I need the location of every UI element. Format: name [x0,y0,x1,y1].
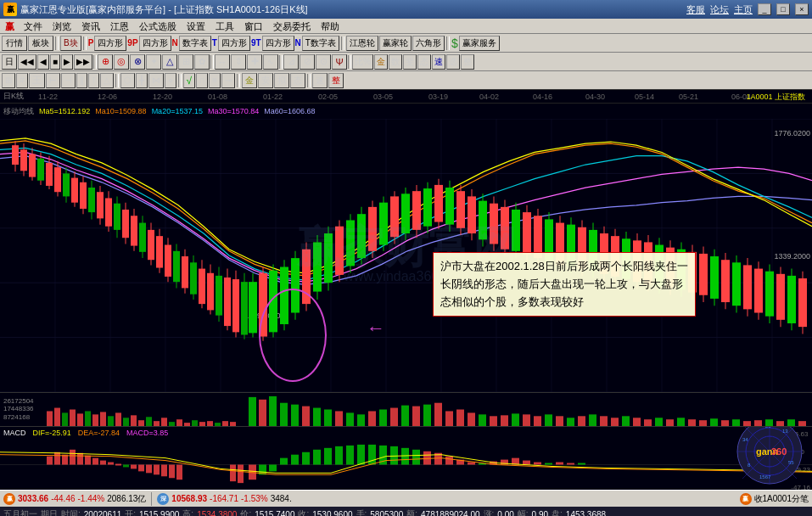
link-home[interactable]: 主页 [734,3,753,16]
menu-formula[interactable]: 公式选股 [135,19,181,34]
btn-p4sq[interactable]: 四方形 [94,36,126,51]
menu-win[interactable]: 赢 [2,19,18,34]
btn-draw9[interactable]: ⬡ [120,73,135,88]
btn-draw1[interactable]: ⊞ [2,73,15,88]
btn-tool11[interactable]: ∿ [263,54,278,70]
toolbar1: 行情 板块 B块 P 四方形 9P 四方形 N 数字表 T 四方形 9T 四方形… [0,34,812,53]
menu-trade[interactable]: 交易委托 [269,19,315,34]
btn-quotes[interactable]: 行情 [2,36,27,51]
btn-tool10[interactable]: ✚ [247,54,262,70]
menu-window[interactable]: 窗口 [240,19,267,34]
btn-tool5[interactable]: △ [162,54,177,70]
btn-num1[interactable]: 数 [389,54,402,70]
btn-nav2[interactable]: ◀ [37,54,49,70]
btn-draw21[interactable]: 速 [312,73,328,88]
menu-news[interactable]: 资讯 [77,19,104,34]
btn-draw15[interactable]: ≡ [209,73,221,88]
btn-tool2[interactable]: ◎ [114,54,129,70]
svg-text:34: 34 [742,437,748,442]
btn-day[interactable]: 日 [2,54,17,70]
btn-draw17[interactable]: 金 [242,73,257,88]
btn-draw19[interactable]: 拟 [274,73,289,88]
btn-more2[interactable]: 速 [432,54,445,70]
btn-draw13[interactable]: √ [183,73,196,88]
btn-tool6[interactable]: ⊞ [178,54,193,70]
btn-draw22[interactable]: 整 [328,73,344,88]
btn-more3[interactable]: 选 [446,54,460,70]
btn-tool4[interactable]: ✦ [146,54,161,70]
btn-numtable[interactable]: 数字表 [179,36,211,51]
btn-draw2[interactable]: # [16,73,28,88]
btn-fib[interactable]: 斐 [403,54,417,70]
btn-tool12[interactable]: ⊿ [283,54,299,70]
btn-draw7[interactable]: ⊺ [88,73,99,88]
btn-draw8[interactable]: △ [100,73,114,88]
open-val: 1515.9900 [139,510,179,517]
btn-yj-service[interactable]: 赢家服务 [459,36,500,51]
svg-rect-219 [390,408,398,426]
btn-more4[interactable]: 整 [461,54,474,70]
svg-rect-183 [62,412,68,426]
menu-help[interactable]: 帮助 [316,19,344,34]
btn-draw10[interactable]: ╋ [136,73,148,88]
btn-more1[interactable]: 态 [417,54,431,70]
link-forum[interactable]: 论坛 [710,3,729,16]
svg-rect-159 [699,254,708,295]
btn-t4sq[interactable]: 四方形 [218,36,250,51]
btn-tool1[interactable]: ⊕ [98,54,113,70]
link-customer[interactable]: 客服 [686,3,705,16]
btn-draw12[interactable]: ⋄ [165,73,176,88]
close-button[interactable]: × [795,3,809,15]
btn-draw5[interactable]: ⊣ [61,73,76,88]
time-label-lbl: 时间: [61,508,81,516]
btn-draw6[interactable]: ∥ [76,73,87,88]
btn-draw18[interactable]: 安 [258,73,273,88]
btn-tool8[interactable]: ↔ [215,54,230,70]
svg-rect-161 [710,256,719,299]
maximize-button[interactable]: □ [776,3,790,15]
btn-tool7[interactable]: ✿ [194,54,210,70]
minimize-button[interactable]: _ [758,3,771,15]
btn-nt-table[interactable]: T数字表 [302,36,339,51]
menubar: 赢 文件 浏览 资讯 江恩 公式选股 设置 工具 窗口 交易委托 帮助 [0,19,812,34]
btn-draw3[interactable]: 王 [29,73,45,88]
btn-b[interactable]: B块 [60,36,81,51]
ma10-label: Ma10=1509.88 [95,107,146,115]
btn-9t4sq[interactable]: 四方形 [262,36,294,51]
btn-tool15[interactable]: Ψ [332,54,347,70]
btn-nav3[interactable]: ▶▶ [74,54,92,70]
svg-rect-185 [77,413,83,426]
menu-settings[interactable]: 设置 [182,19,210,34]
btn-gold1[interactable]: 金 [374,54,388,70]
menu-tools[interactable]: 工具 [211,19,238,34]
btn-nav1[interactable]: ◀◀ [18,54,36,70]
svg-text:26172504: 26172504 [3,397,34,405]
btn-tool14[interactable]: ⊙ [316,54,331,70]
btn-play[interactable]: ▶ [61,54,73,70]
btn-draw11[interactable]: ⋈ [148,73,164,88]
shares-label-lbl: 手: [356,508,367,516]
btn-jgwheel[interactable]: 江恩轮 [346,36,378,51]
btn-draw4[interactable]: ⊢ [46,73,60,88]
btn-draw20[interactable]: 态 [290,73,305,88]
btn-tool3[interactable]: ⊗ [130,54,145,70]
menu-file[interactable]: 文件 [20,19,47,34]
btn-9p4sq[interactable]: 四方形 [139,36,171,51]
btn-draw16[interactable]: ⊸ [221,73,235,88]
svg-rect-109 [423,188,432,227]
btn-draw14[interactable]: ⎍ [196,73,208,88]
btn-tool13[interactable]: ⊘ [300,54,315,70]
toolbar3: ⊞ # 王 ⊢ ⊣ ∥ ⊺ △ ⬡ ╋ ⋈ ⋄ √ ⎍ ≡ ⊸ 金 安 拟 态 … [0,71,812,90]
btn-percent[interactable]: 比% [352,54,373,70]
svg-rect-23 [20,149,27,171]
menu-gann[interactable]: 江恩 [106,19,133,34]
btn-yjwheel[interactable]: 赢家轮 [379,36,412,51]
main-chart[interactable]: 移动均线 Ma5=1512.192 Ma10=1509.88 Ma20=1537… [0,104,812,392]
btn-tool9[interactable]: ⇕ [231,54,246,70]
menu-browse[interactable]: 浏览 [48,19,76,34]
btn-hex[interactable]: 六角形 [412,36,445,51]
btn-sector[interactable]: 板块 [28,36,53,51]
svg-rect-240 [622,416,630,426]
btn-stop[interactable]: ■ [50,54,60,70]
svg-rect-276 [230,465,236,482]
